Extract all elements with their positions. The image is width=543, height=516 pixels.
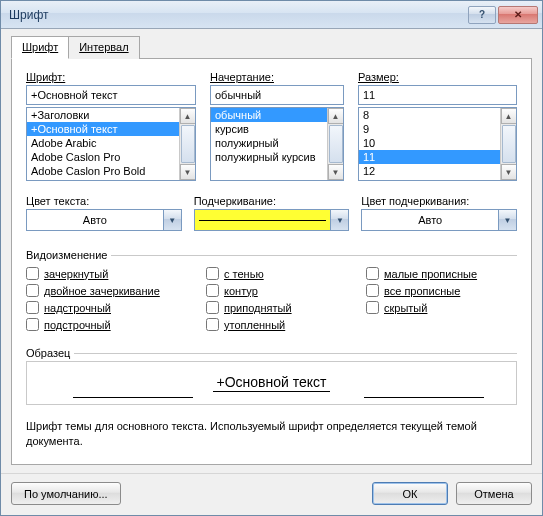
scrollbar[interactable]: ▲ ▼ bbox=[500, 108, 516, 180]
check-allcaps[interactable]: все прописные bbox=[366, 284, 517, 297]
scroll-thumb[interactable] bbox=[502, 125, 516, 163]
check-hidden[interactable]: скрытый bbox=[366, 301, 517, 314]
cancel-button[interactable]: Отмена bbox=[456, 482, 532, 505]
style-input[interactable] bbox=[210, 85, 344, 105]
style-listbox[interactable]: обычный курсив полужирный полужирный кур… bbox=[210, 107, 344, 181]
dialog-content: Шрифт Интервал Шрифт: +Заголовки +Основн… bbox=[1, 29, 542, 473]
tab-font[interactable]: Шрифт bbox=[11, 36, 69, 59]
underline-combo[interactable]: ▼ bbox=[194, 209, 350, 231]
list-item[interactable]: +Основной текст bbox=[27, 122, 179, 136]
titlebar: Шрифт ? ✕ bbox=[1, 1, 542, 29]
combo-value bbox=[195, 210, 331, 230]
description: Шрифт темы для основного текста. Использ… bbox=[26, 419, 517, 449]
sample-rule-left bbox=[73, 397, 193, 398]
scrollbar[interactable]: ▲ ▼ bbox=[179, 108, 195, 180]
tab-spacing[interactable]: Интервал bbox=[68, 36, 139, 59]
panel-font: Шрифт: +Заголовки +Основной текст Adobe … bbox=[11, 58, 532, 465]
col-style: Начертание: обычный курсив полужирный по… bbox=[210, 71, 344, 181]
font-dialog: Шрифт ? ✕ Шрифт Интервал Шрифт: +Заголов… bbox=[0, 0, 543, 516]
sample-text: +Основной текст bbox=[213, 374, 331, 392]
label-underline-color: Цвет подчеркивания: bbox=[361, 195, 517, 207]
close-button[interactable]: ✕ bbox=[498, 6, 538, 24]
scroll-down-icon[interactable]: ▼ bbox=[180, 164, 196, 180]
underline-color-combo[interactable]: Авто ▼ bbox=[361, 209, 517, 231]
row-font-style-size: Шрифт: +Заголовки +Основной текст Adobe … bbox=[26, 71, 517, 181]
list-item[interactable]: 11 bbox=[359, 150, 500, 164]
check-smallcaps[interactable]: малые прописные bbox=[366, 267, 517, 280]
list-item[interactable]: полужирный курсив bbox=[211, 150, 327, 164]
check-sub[interactable]: подстрочный bbox=[26, 318, 206, 331]
col-font: Шрифт: +Заголовки +Основной текст Adobe … bbox=[26, 71, 196, 181]
scroll-up-icon[interactable]: ▲ bbox=[328, 108, 344, 124]
group-effects: Видоизменение зачеркнутый с тенью малые … bbox=[26, 247, 517, 331]
list-item[interactable]: 9 bbox=[359, 122, 500, 136]
list-item[interactable]: обычный bbox=[211, 108, 327, 122]
footer: По умолчанию... ОК Отмена bbox=[1, 473, 542, 515]
size-listbox[interactable]: 8 9 10 11 12 ▲ ▼ bbox=[358, 107, 517, 181]
list-item[interactable]: Adobe Caslon Pro Bold bbox=[27, 164, 179, 178]
col-underline: Подчеркивание: ▼ bbox=[194, 195, 350, 231]
scroll-up-icon[interactable]: ▲ bbox=[180, 108, 196, 124]
font-input[interactable] bbox=[26, 85, 196, 105]
label-effects: Видоизменение bbox=[26, 249, 107, 261]
list-item[interactable]: +Заголовки bbox=[27, 108, 179, 122]
list-item[interactable]: полужирный bbox=[211, 136, 327, 150]
col-size: Размер: 8 9 10 11 12 ▲ ▼ bbox=[358, 71, 517, 181]
help-button[interactable]: ? bbox=[468, 6, 496, 24]
check-emboss[interactable]: приподнятый bbox=[206, 301, 366, 314]
col-underline-color: Цвет подчеркивания: Авто ▼ bbox=[361, 195, 517, 231]
label-sample: Образец bbox=[26, 347, 70, 359]
check-dstrike[interactable]: двойное зачеркивание bbox=[26, 284, 206, 297]
ok-button[interactable]: ОК bbox=[372, 482, 448, 505]
combo-value: Авто bbox=[362, 210, 498, 230]
check-outline[interactable]: контур bbox=[206, 284, 366, 297]
list-item[interactable]: 12 bbox=[359, 164, 500, 178]
list-item[interactable]: Adobe Arabic bbox=[27, 136, 179, 150]
chevron-down-icon[interactable]: ▼ bbox=[163, 210, 181, 230]
chevron-down-icon[interactable]: ▼ bbox=[498, 210, 516, 230]
group-sample: Образец +Основной текст bbox=[26, 345, 517, 405]
scroll-down-icon[interactable]: ▼ bbox=[328, 164, 344, 180]
text-color-combo[interactable]: Авто ▼ bbox=[26, 209, 182, 231]
list-item[interactable]: курсив bbox=[211, 122, 327, 136]
check-engrave[interactable]: утопленный bbox=[206, 318, 366, 331]
font-listbox[interactable]: +Заголовки +Основной текст Adobe Arabic … bbox=[26, 107, 196, 181]
label-underline: Подчеркивание: bbox=[194, 195, 350, 207]
col-text-color: Цвет текста: Авто ▼ bbox=[26, 195, 182, 231]
scrollbar[interactable]: ▲ ▼ bbox=[327, 108, 343, 180]
tabs: Шрифт Интервал bbox=[11, 36, 532, 59]
scroll-down-icon[interactable]: ▼ bbox=[501, 164, 517, 180]
check-shadow[interactable]: с тенью bbox=[206, 267, 366, 280]
size-input[interactable] bbox=[358, 85, 517, 105]
label-font: Шрифт: bbox=[26, 71, 196, 83]
sample-box: +Основной текст bbox=[26, 361, 517, 405]
window-title: Шрифт bbox=[9, 8, 466, 22]
sample-rule-right bbox=[364, 397, 484, 398]
check-strike[interactable]: зачеркнутый bbox=[26, 267, 206, 280]
label-style: Начертание: bbox=[210, 71, 344, 83]
scroll-up-icon[interactable]: ▲ bbox=[501, 108, 517, 124]
scroll-thumb[interactable] bbox=[181, 125, 195, 163]
label-text-color: Цвет текста: bbox=[26, 195, 182, 207]
check-super[interactable]: надстрочный bbox=[26, 301, 206, 314]
chevron-down-icon[interactable]: ▼ bbox=[330, 210, 348, 230]
combo-value: Авто bbox=[27, 210, 163, 230]
list-item[interactable]: 8 bbox=[359, 108, 500, 122]
scroll-thumb[interactable] bbox=[329, 125, 343, 163]
row-colors: Цвет текста: Авто ▼ Подчеркивание: ▼ Цве… bbox=[26, 195, 517, 231]
list-item[interactable]: 10 bbox=[359, 136, 500, 150]
label-size: Размер: bbox=[358, 71, 517, 83]
defaults-button[interactable]: По умолчанию... bbox=[11, 482, 121, 505]
list-item[interactable]: Adobe Caslon Pro bbox=[27, 150, 179, 164]
